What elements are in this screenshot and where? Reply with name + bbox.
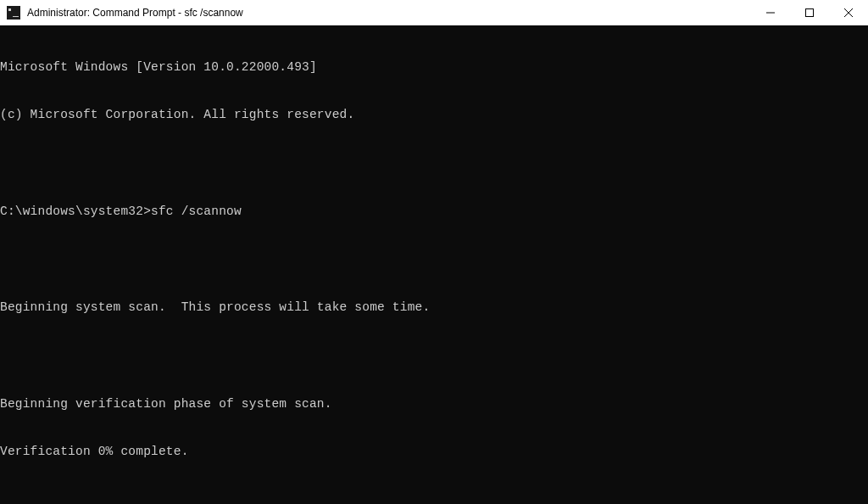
terminal-line: Verification 0% complete. — [0, 444, 868, 460]
terminal-line — [0, 155, 868, 171]
window-controls — [751, 0, 868, 25]
terminal-line: (c) Microsoft Corporation. All rights re… — [0, 107, 868, 123]
svg-rect-1 — [806, 8, 814, 16]
titlebar[interactable]: Administrator: Command Prompt - sfc /sca… — [0, 0, 868, 25]
terminal-line: Microsoft Windows [Version 10.0.22000.49… — [0, 59, 868, 76]
terminal-line: Beginning system scan. This process will… — [0, 300, 868, 316]
minimize-icon — [766, 8, 775, 17]
window-title: Administrator: Command Prompt - sfc /sca… — [27, 7, 751, 19]
terminal-line: C:\windows\system32>sfc /scannow — [0, 204, 868, 220]
maximize-icon — [805, 8, 814, 17]
command-prompt-window: Administrator: Command Prompt - sfc /sca… — [0, 0, 868, 504]
terminal-line: Beginning verification phase of system s… — [0, 396, 868, 412]
close-icon — [844, 8, 853, 17]
command-prompt-icon — [7, 6, 20, 20]
maximize-button[interactable] — [790, 0, 829, 25]
terminal-output[interactable]: Microsoft Windows [Version 10.0.22000.49… — [0, 25, 868, 504]
minimize-button[interactable] — [751, 0, 790, 25]
terminal-line — [0, 348, 868, 364]
close-button[interactable] — [829, 0, 868, 25]
terminal-line — [0, 251, 868, 267]
